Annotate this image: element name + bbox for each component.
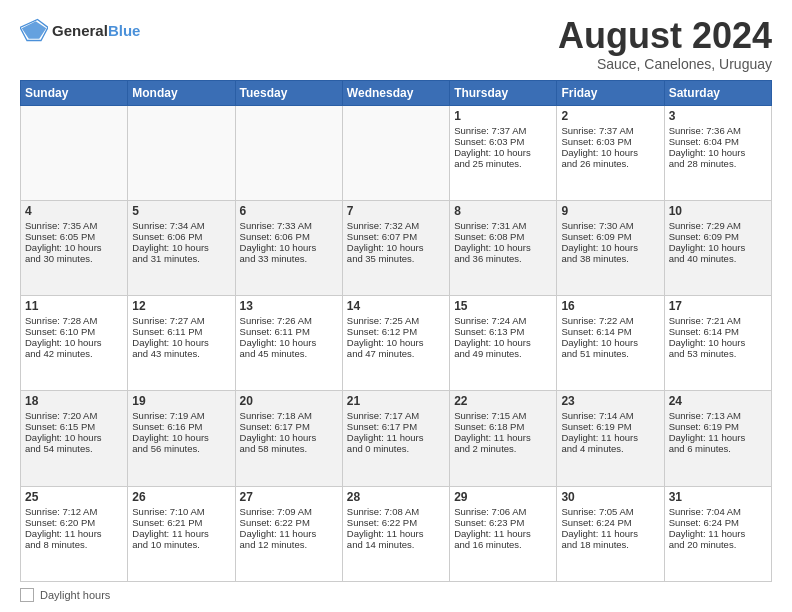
day-content: and 31 minutes. (132, 253, 230, 264)
day-content: Sunrise: 7:30 AM (561, 220, 659, 231)
day-content: Sunset: 6:08 PM (454, 231, 552, 242)
day-content: Sunset: 6:19 PM (669, 421, 767, 432)
day-number: 21 (347, 394, 445, 408)
logo: GeneralBlue (20, 16, 140, 44)
calendar-week-row: 1Sunrise: 7:37 AMSunset: 6:03 PMDaylight… (21, 105, 772, 200)
day-number: 14 (347, 299, 445, 313)
day-content: Sunrise: 7:14 AM (561, 410, 659, 421)
day-content: Daylight: 10 hours (454, 337, 552, 348)
day-content: Daylight: 11 hours (669, 432, 767, 443)
footer: Daylight hours (20, 588, 772, 602)
day-content: Sunrise: 7:04 AM (669, 506, 767, 517)
day-content: and 40 minutes. (669, 253, 767, 264)
day-content: and 18 minutes. (561, 539, 659, 550)
table-row: 16Sunrise: 7:22 AMSunset: 6:14 PMDayligh… (557, 296, 664, 391)
day-number: 7 (347, 204, 445, 218)
day-content: Sunrise: 7:09 AM (240, 506, 338, 517)
day-number: 15 (454, 299, 552, 313)
table-row: 4Sunrise: 7:35 AMSunset: 6:05 PMDaylight… (21, 200, 128, 295)
table-row: 8Sunrise: 7:31 AMSunset: 6:08 PMDaylight… (450, 200, 557, 295)
table-row: 10Sunrise: 7:29 AMSunset: 6:09 PMDayligh… (664, 200, 771, 295)
logo-icon (20, 16, 48, 44)
table-row (21, 105, 128, 200)
day-content: Sunset: 6:22 PM (240, 517, 338, 528)
day-number: 9 (561, 204, 659, 218)
day-content: Daylight: 11 hours (240, 528, 338, 539)
col-wednesday: Wednesday (342, 80, 449, 105)
col-tuesday: Tuesday (235, 80, 342, 105)
day-content: Sunset: 6:06 PM (240, 231, 338, 242)
col-friday: Friday (557, 80, 664, 105)
day-content: and 30 minutes. (25, 253, 123, 264)
day-content: Daylight: 10 hours (561, 337, 659, 348)
day-content: and 54 minutes. (25, 443, 123, 454)
day-content: Sunrise: 7:06 AM (454, 506, 552, 517)
day-content: and 35 minutes. (347, 253, 445, 264)
day-content: Daylight: 10 hours (25, 337, 123, 348)
day-content: Sunset: 6:17 PM (347, 421, 445, 432)
day-content: and 45 minutes. (240, 348, 338, 359)
table-row (235, 105, 342, 200)
day-content: and 8 minutes. (25, 539, 123, 550)
day-number: 16 (561, 299, 659, 313)
day-content: Sunset: 6:11 PM (132, 326, 230, 337)
day-content: Sunrise: 7:37 AM (454, 125, 552, 136)
day-number: 30 (561, 490, 659, 504)
day-content: Sunrise: 7:08 AM (347, 506, 445, 517)
day-content: Daylight: 11 hours (669, 528, 767, 539)
day-content: Sunrise: 7:18 AM (240, 410, 338, 421)
day-number: 17 (669, 299, 767, 313)
day-number: 22 (454, 394, 552, 408)
table-row: 22Sunrise: 7:15 AMSunset: 6:18 PMDayligh… (450, 391, 557, 486)
day-number: 8 (454, 204, 552, 218)
day-content: and 16 minutes. (454, 539, 552, 550)
day-content: and 51 minutes. (561, 348, 659, 359)
table-row: 1Sunrise: 7:37 AMSunset: 6:03 PMDaylight… (450, 105, 557, 200)
day-number: 25 (25, 490, 123, 504)
day-content: Daylight: 10 hours (347, 242, 445, 253)
day-content: Sunset: 6:17 PM (240, 421, 338, 432)
day-content: Sunrise: 7:25 AM (347, 315, 445, 326)
day-content: Sunset: 6:05 PM (25, 231, 123, 242)
day-content: Sunrise: 7:34 AM (132, 220, 230, 231)
table-row: 18Sunrise: 7:20 AMSunset: 6:15 PMDayligh… (21, 391, 128, 486)
table-row: 13Sunrise: 7:26 AMSunset: 6:11 PMDayligh… (235, 296, 342, 391)
day-content: Daylight: 10 hours (454, 242, 552, 253)
table-row: 15Sunrise: 7:24 AMSunset: 6:13 PMDayligh… (450, 296, 557, 391)
calendar-table: Sunday Monday Tuesday Wednesday Thursday… (20, 80, 772, 582)
day-content: Sunset: 6:09 PM (561, 231, 659, 242)
table-row: 20Sunrise: 7:18 AMSunset: 6:17 PMDayligh… (235, 391, 342, 486)
day-content: Sunrise: 7:24 AM (454, 315, 552, 326)
day-content: Sunset: 6:23 PM (454, 517, 552, 528)
day-content: Sunset: 6:20 PM (25, 517, 123, 528)
day-content: Sunrise: 7:35 AM (25, 220, 123, 231)
day-number: 13 (240, 299, 338, 313)
day-content: and 26 minutes. (561, 158, 659, 169)
daylight-box (20, 588, 34, 602)
day-content: Sunset: 6:14 PM (669, 326, 767, 337)
day-content: and 33 minutes. (240, 253, 338, 264)
day-number: 31 (669, 490, 767, 504)
day-content: Sunset: 6:06 PM (132, 231, 230, 242)
table-row: 11Sunrise: 7:28 AMSunset: 6:10 PMDayligh… (21, 296, 128, 391)
day-content: and 58 minutes. (240, 443, 338, 454)
day-number: 4 (25, 204, 123, 218)
day-content: Daylight: 10 hours (132, 337, 230, 348)
day-content: Daylight: 11 hours (25, 528, 123, 539)
day-content: Daylight: 10 hours (240, 242, 338, 253)
day-content: Sunset: 6:19 PM (561, 421, 659, 432)
day-content: Sunset: 6:10 PM (25, 326, 123, 337)
day-content: Sunrise: 7:31 AM (454, 220, 552, 231)
day-number: 19 (132, 394, 230, 408)
day-content: Sunrise: 7:27 AM (132, 315, 230, 326)
day-content: Sunrise: 7:19 AM (132, 410, 230, 421)
day-content: and 42 minutes. (25, 348, 123, 359)
day-number: 28 (347, 490, 445, 504)
day-number: 20 (240, 394, 338, 408)
day-content: Daylight: 10 hours (240, 432, 338, 443)
table-row: 3Sunrise: 7:36 AMSunset: 6:04 PMDaylight… (664, 105, 771, 200)
day-content: Sunrise: 7:26 AM (240, 315, 338, 326)
title-block: August 2024 Sauce, Canelones, Uruguay (558, 16, 772, 72)
day-content: and 47 minutes. (347, 348, 445, 359)
month-title: August 2024 (558, 16, 772, 56)
